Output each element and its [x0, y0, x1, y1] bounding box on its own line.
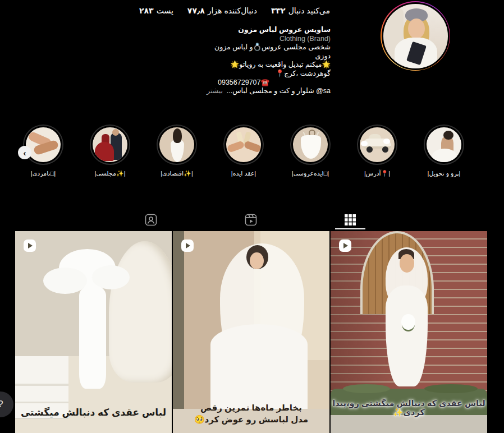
bio-more-button[interactable]: بیشتر	[207, 87, 223, 96]
posts-count: ۲۸۳	[139, 6, 154, 15]
bio-mention-text: ...لباس ‎مجلسی ‎و ‎کت ‎و ‎شلوار ‎@sa	[227, 87, 331, 96]
bride-face	[400, 254, 415, 272]
video-badge-icon	[24, 239, 36, 252]
bio-slogan: 🌟رویاتو ‎به ‎واقعیت ‎تبدیل ‎میکنم🌟	[207, 61, 331, 70]
holding-hands-illustration	[26, 127, 61, 162]
highlight-label: |ایده‌عروسی□|	[292, 170, 329, 177]
post-thumbnail-2[interactable]: بخاطر ماه‌ها تمرین رقص مدل لباسش رو عوض …	[173, 231, 329, 433]
help-floating-button[interactable]: ?	[0, 391, 13, 417]
profile-tabs	[0, 212, 504, 230]
highlight-wedding-ideas[interactable]: |ایده‌عروسی□|	[290, 125, 331, 177]
avatar	[382, 2, 450, 70]
active-tab-underline	[335, 228, 365, 229]
following-count: ۳۳۲	[271, 6, 286, 15]
couple-red-gown-illustration	[93, 127, 127, 162]
highlight-economic[interactable]: |اقتصادی✨|	[156, 125, 198, 177]
profile-bio: مزون ‎لباس ‎عروس ‎ساویس Clothing (Brand)…	[207, 26, 331, 96]
bride-face	[250, 252, 264, 270]
mannequin-gown	[109, 241, 172, 383]
posts-label: پست	[157, 6, 173, 15]
question-mark-icon: ?	[0, 399, 3, 410]
bride-bun-illustration	[427, 127, 461, 162]
chevron-left-icon: ‹	[24, 149, 26, 157]
profile-stats: ۲۸۳ پست ۷۷٫۸ هزار ‎دنبال‌کننده ۳۳۲ دنبال…	[139, 6, 330, 15]
grid-icon	[343, 213, 357, 227]
tab-reels[interactable]	[244, 213, 258, 227]
stat-following[interactable]: ۳۳۲ دنبال ‎می‌کنید	[271, 6, 330, 15]
highlight-aqd-ideas[interactable]: |ایده ‎عقد|	[223, 125, 264, 177]
avatar-face	[408, 19, 425, 39]
tagged-icon	[144, 213, 158, 227]
bio-phone: 09356729707☎️	[207, 79, 331, 87]
bride-dress	[386, 285, 428, 386]
stat-posts[interactable]: ۲۸۳ پست	[139, 6, 173, 15]
highlight-label: |آدرس📍|	[364, 170, 390, 177]
highlight-delivery-fitting[interactable]: |تحویل ‎و ‎پرو|	[423, 125, 465, 177]
highlight-formal[interactable]: |مجلسی✨|	[89, 125, 131, 177]
profile-category: Clothing (Brand)	[207, 35, 331, 44]
highlights-prev-button[interactable]: ‹	[18, 146, 31, 159]
instagram-profile-page: ۲۸۳ پست ۷۷٫۸ هزار ‎دنبال‌کننده ۳۳۲ دنبال…	[0, 0, 504, 433]
highlight-label: |نامزدی□|	[31, 170, 56, 177]
following-label: دنبال ‎می‌کنید	[288, 6, 330, 15]
wedding-car-illustration	[360, 127, 395, 162]
champagne-toast-illustration	[226, 127, 261, 162]
paved-ground	[331, 415, 487, 433]
followers-label: هزار ‎دنبال‌کننده	[208, 6, 257, 15]
highlight-label: |ایده ‎عقد|	[231, 170, 256, 177]
tab-posts-grid[interactable]	[343, 213, 357, 227]
posts-grid: لباس عقدی که دنبالش میگشتی بخاطر ماه‌ها …	[15, 231, 487, 433]
reels-icon	[244, 213, 258, 227]
highlight-label: |اقتصادی✨|	[161, 170, 193, 177]
highlight-address[interactable]: |آدرس📍|	[356, 125, 398, 177]
post-caption: لباس عقدی که دنبالش میگشتی رو،پیدا کردی✨	[331, 399, 487, 417]
bride-dress	[79, 285, 106, 389]
bride-back-illustration	[159, 127, 194, 162]
tab-tagged[interactable]	[144, 213, 158, 227]
post-thumbnail-1[interactable]: لباس عقدی که دنبالش میگشتی	[15, 231, 172, 433]
bio-truncated-line: بیشتر ...لباس ‎مجلسی ‎و ‎کت ‎و ‎شلوار ‎@…	[207, 87, 331, 96]
profile-name: مزون ‎لباس ‎عروس ‎ساویس	[207, 26, 331, 35]
post-caption: بخاطر ماه‌ها تمرین رقص مدل لباسش رو عوض …	[173, 402, 329, 425]
caption-line-1: بخاطر ماه‌ها تمرین رقص	[173, 402, 329, 413]
bouquet	[401, 314, 415, 330]
profile-avatar-story-ring[interactable]	[381, 1, 450, 71]
post-thumbnail-3[interactable]: لباس عقدی که دنبالش میگشتی رو،پیدا کردی✨	[331, 231, 487, 433]
bio-location: 📍کرج، ‎گوهردشت	[207, 70, 331, 79]
dress-on-hanger-illustration	[293, 127, 328, 162]
post-caption: لباس عقدی که دنبالش میگشتی	[15, 407, 172, 418]
stat-followers[interactable]: ۷۷٫۸ هزار ‎دنبال‌کننده	[187, 6, 257, 15]
highlight-label: |مجلسی✨|	[94, 170, 125, 177]
video-badge-icon	[339, 239, 351, 252]
bio-services: مزون ‎لباس ‎عروس💍و ‎مجلسی ‎شخصی ‎دوزی	[207, 43, 331, 61]
highlight-label: |تحویل ‎و ‎پرو|	[428, 170, 461, 177]
video-badge-icon	[181, 239, 194, 252]
story-highlights: |نامزدی□| |مجلسی✨| |اقتصادی✨| |ایده ‎عقد…	[22, 125, 465, 177]
caption-line-2: مدل لباسش رو عوض کرد🥺	[173, 413, 329, 425]
followers-count: ۷۷٫۸	[187, 6, 205, 15]
